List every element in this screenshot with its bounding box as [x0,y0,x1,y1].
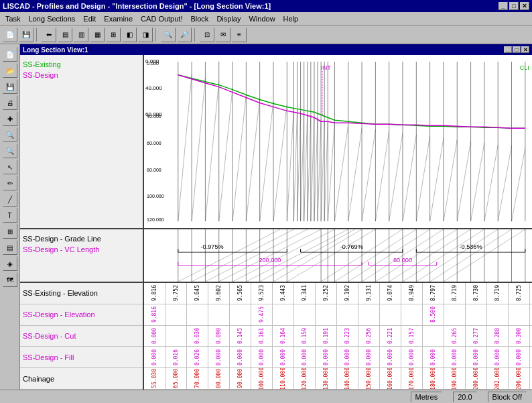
data-cell: 0.159 [294,326,316,347]
toolbar-btn-4[interactable]: ▤ [58,27,72,42]
svg-text:-0.769%: -0.769% [340,243,363,250]
fill-label: SS-Design - Fill [20,347,143,368]
status-bar: Metres 20.0 Block Off [0,390,532,403]
block-status[interactable]: Block Off [488,392,527,402]
toolbar-btn-13[interactable]: ✉ [216,27,230,42]
data-cell: 206.000 [509,368,530,389]
data-cell: 9.645 [187,283,208,304]
menu-window[interactable]: Window [245,13,279,24]
svg-text:0.000: 0.000 [147,61,159,66]
ls-labels: SS-Existing SS-Design [20,55,144,228]
cut-label: SS-Design - Cut [20,326,143,347]
left-btn-layer[interactable]: ▤ [3,240,17,255]
data-cell: 180.000 [423,368,444,389]
ls-design-label: SS-Design [23,71,140,79]
data-cell [466,304,487,325]
toolbar-btn-3[interactable]: ⬅ [42,27,56,42]
toolbar-btn-11[interactable]: 🔎 [177,27,192,42]
grade-chart[interactable]: -0.975% -0.769% -0.536% 200.000 [144,229,532,282]
data-section: SS-Existing - Elevation SS-Design - Elev… [20,283,532,390]
menu-cad-output[interactable]: CAD Output! [137,13,186,24]
grade-svg: -0.975% -0.769% -0.536% 200.000 [144,229,532,282]
toolbar-sep-2 [155,28,158,42]
data-cell: 0.026 [187,347,208,367]
data-cell [187,304,208,325]
left-btn-draw[interactable]: ✏ [3,176,17,190]
data-cell: 9.252 [316,283,337,304]
inner-minimize[interactable]: _ [504,46,512,53]
toolbar-btn-1[interactable]: 📄 [3,27,17,42]
inner-maximize[interactable]: □ [513,46,521,53]
data-cell [230,304,251,325]
data-cell: 0.300 [509,326,530,347]
data-cell: 0.265 [444,326,466,347]
inner-close[interactable]: ✕ [521,46,529,53]
data-row: 55.03065.00070.00080.00090.000100.000110… [144,368,532,390]
ls-chart[interactable]: 0.000 40.000 60.000 [144,55,532,228]
toolbar-btn-9[interactable]: ◨ [138,27,153,42]
data-cell: 9.341 [294,283,316,304]
data-cell: 9.523 [251,283,273,304]
grade-section: SS-Design - Grade Line SS-Design - VC Le… [20,229,532,283]
svg-text:-0.536%: -0.536% [460,243,482,250]
close-button[interactable]: ✕ [520,2,529,10]
menu-long-sections[interactable]: Long Sections [25,13,80,24]
content-area: Long Section View:1 _ □ ✕ SS-Existing SS… [20,44,532,390]
toolbar-btn-10[interactable]: 🔍 [161,27,176,42]
left-btn-line[interactable]: ╱ [3,192,17,207]
data-cell: 8.797 [423,283,444,304]
left-btn-3d[interactable]: ◈ [3,256,17,271]
menu-help[interactable]: Help [279,13,303,24]
left-btn-text[interactable]: T [3,208,17,223]
existing-elev-label: SS-Existing - Elevation [20,283,143,304]
toolbar-btn-7[interactable]: ⊞ [106,27,121,42]
toolbar-btn-14[interactable]: ≡ [232,27,247,42]
data-cell [358,304,380,325]
left-btn-zoom-out[interactable]: 🔍 [3,143,17,158]
svg-text:100.000: 100.000 [147,194,164,198]
menu-task[interactable]: Task [1,13,25,24]
inner-window-title: Long Section View:1 [23,46,88,54]
toolbar-btn-12[interactable]: ⊡ [200,27,214,42]
toolbar-btn-6[interactable]: ▦ [90,27,105,42]
svg-text:60.000: 60.000 [393,257,412,264]
left-btn-map[interactable]: 🗺 [3,272,17,287]
left-btn-print[interactable]: 🖨 [3,95,17,110]
data-cell: 0.277 [466,326,487,347]
left-btn-grid[interactable]: ⊞ [3,224,17,239]
data-cell: 9.192 [337,283,358,304]
data-cell [509,304,530,325]
data-cell: 170.000 [401,368,423,389]
data-cell: 70.000 [187,368,208,389]
menu-edit[interactable]: Edit [79,13,100,24]
minimize-button[interactable]: _ [498,2,508,10]
data-cell: 200.000 [466,368,487,389]
toolbar-btn-8[interactable]: ◧ [122,27,137,42]
data-cell: 8.730 [466,283,487,304]
data-cell: 0.030 [187,326,208,347]
data-cell: 0.000 [294,347,316,367]
left-btn-open[interactable]: 📂 [3,63,17,78]
toolbar-btn-2[interactable]: 💾 [19,27,34,42]
data-cell: 8.719 [444,283,466,304]
data-cell: 8.500 [423,304,444,325]
left-btn-new[interactable]: 📄 [3,47,17,62]
data-cell: 9.816 [144,283,165,304]
left-btn-save[interactable]: 💾 [3,79,17,94]
data-cell: 9.565 [230,283,251,304]
data-cell: 150.000 [358,368,380,389]
profile-svg: 0.000 40.000 60.000 [144,55,532,228]
toolbar-btn-5[interactable]: ▥ [74,27,88,42]
menu-examine[interactable]: Examine [100,13,137,24]
data-cell: 0.000 [230,347,251,367]
menu-block[interactable]: Block [186,13,212,24]
toolbar-sep-3 [194,28,197,42]
maximize-button[interactable]: □ [509,2,519,10]
svg-rect-80 [144,229,532,282]
left-btn-zoom-in[interactable]: 🔍 [3,127,17,142]
left-btn-cross[interactable]: ✚ [3,111,17,126]
svg-text:-0.975%: -0.975% [201,243,224,250]
left-btn-select[interactable]: ↖ [3,160,17,174]
menu-display[interactable]: Display [212,13,245,24]
data-cell: 0.000 [423,347,444,367]
